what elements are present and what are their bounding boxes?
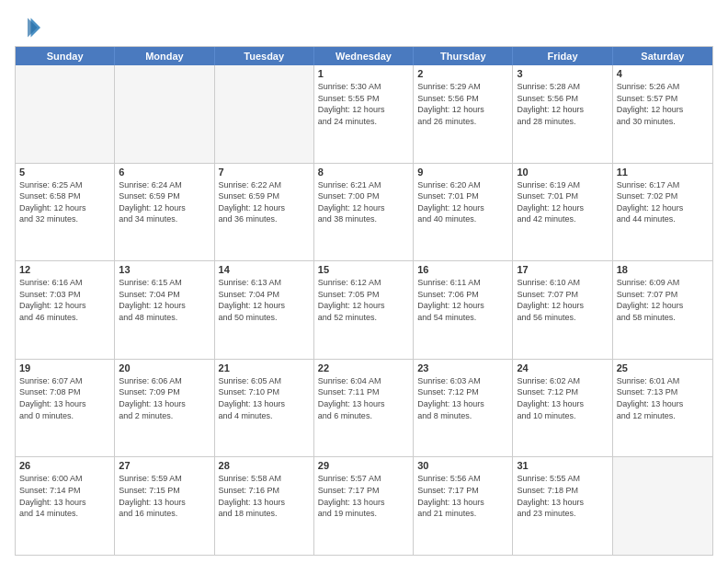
cell-date-number: 24 bbox=[517, 362, 608, 373]
calendar-header: SundayMondayTuesdayWednesdayThursdayFrid… bbox=[16, 47, 712, 65]
cell-daylight-info: Sunrise: 5:26 AM Sunset: 5:57 PM Dayligh… bbox=[617, 81, 709, 127]
cell-daylight-info: Sunrise: 6:19 AM Sunset: 7:01 PM Dayligh… bbox=[517, 179, 608, 225]
cell-daylight-info: Sunrise: 6:15 AM Sunset: 7:04 PM Dayligh… bbox=[119, 277, 210, 323]
cell-date-number: 5 bbox=[19, 167, 110, 178]
cell-date-number: 1 bbox=[318, 68, 409, 79]
calendar-cell: 19Sunrise: 6:07 AM Sunset: 7:08 PM Dayli… bbox=[16, 360, 115, 457]
cell-date-number: 4 bbox=[617, 68, 709, 79]
cell-date-number: 20 bbox=[119, 362, 210, 373]
weekday-header: Saturday bbox=[613, 47, 712, 65]
cell-daylight-info: Sunrise: 6:11 AM Sunset: 7:06 PM Dayligh… bbox=[417, 277, 508, 323]
cell-daylight-info: Sunrise: 6:09 AM Sunset: 7:07 PM Dayligh… bbox=[617, 277, 709, 323]
cell-daylight-info: Sunrise: 6:16 AM Sunset: 7:03 PM Dayligh… bbox=[19, 277, 110, 323]
cell-daylight-info: Sunrise: 6:20 AM Sunset: 7:01 PM Dayligh… bbox=[417, 179, 508, 225]
calendar-cell: 2Sunrise: 5:29 AM Sunset: 5:56 PM Daylig… bbox=[414, 65, 513, 163]
cell-date-number: 29 bbox=[318, 460, 409, 471]
cell-daylight-info: Sunrise: 5:57 AM Sunset: 7:17 PM Dayligh… bbox=[318, 473, 409, 519]
cell-daylight-info: Sunrise: 6:17 AM Sunset: 7:02 PM Dayligh… bbox=[617, 179, 709, 225]
calendar-cell: 26Sunrise: 6:00 AM Sunset: 7:14 PM Dayli… bbox=[16, 457, 115, 555]
cell-date-number: 15 bbox=[318, 264, 409, 275]
cell-daylight-info: Sunrise: 6:01 AM Sunset: 7:13 PM Dayligh… bbox=[617, 375, 709, 421]
calendar-cell: 1Sunrise: 5:30 AM Sunset: 5:55 PM Daylig… bbox=[314, 65, 414, 163]
cell-daylight-info: Sunrise: 5:28 AM Sunset: 5:56 PM Dayligh… bbox=[517, 81, 608, 127]
cell-date-number: 21 bbox=[219, 362, 310, 373]
cell-date-number: 9 bbox=[417, 167, 508, 178]
cell-daylight-info: Sunrise: 6:07 AM Sunset: 7:08 PM Dayligh… bbox=[19, 375, 110, 421]
weekday-header: Wednesday bbox=[314, 47, 414, 65]
calendar-cell bbox=[613, 457, 712, 555]
weekday-header: Thursday bbox=[414, 47, 513, 65]
calendar-cell: 21Sunrise: 6:05 AM Sunset: 7:10 PM Dayli… bbox=[215, 360, 314, 457]
calendar-cell: 7Sunrise: 6:22 AM Sunset: 6:59 PM Daylig… bbox=[215, 164, 314, 261]
logo bbox=[15, 15, 42, 40]
cell-daylight-info: Sunrise: 6:25 AM Sunset: 6:58 PM Dayligh… bbox=[19, 179, 110, 225]
cell-daylight-info: Sunrise: 6:21 AM Sunset: 7:00 PM Dayligh… bbox=[318, 179, 409, 225]
cell-date-number: 2 bbox=[417, 68, 508, 79]
cell-date-number: 13 bbox=[119, 264, 210, 275]
cell-date-number: 22 bbox=[318, 362, 409, 373]
calendar-cell: 31Sunrise: 5:55 AM Sunset: 7:18 PM Dayli… bbox=[513, 457, 612, 555]
weekday-header: Tuesday bbox=[215, 47, 314, 65]
cell-date-number: 12 bbox=[19, 264, 110, 275]
cell-daylight-info: Sunrise: 6:03 AM Sunset: 7:12 PM Dayligh… bbox=[417, 375, 508, 421]
calendar-body: 1Sunrise: 5:30 AM Sunset: 5:55 PM Daylig… bbox=[16, 65, 712, 555]
cell-daylight-info: Sunrise: 5:56 AM Sunset: 7:17 PM Dayligh… bbox=[417, 473, 508, 519]
cell-date-number: 16 bbox=[417, 264, 508, 275]
header bbox=[15, 11, 713, 40]
calendar-cell: 15Sunrise: 6:12 AM Sunset: 7:05 PM Dayli… bbox=[314, 261, 414, 359]
cell-date-number: 19 bbox=[19, 362, 110, 373]
cell-date-number: 3 bbox=[517, 68, 608, 79]
cell-daylight-info: Sunrise: 5:59 AM Sunset: 7:15 PM Dayligh… bbox=[119, 473, 210, 519]
cell-date-number: 26 bbox=[19, 460, 110, 471]
cell-date-number: 30 bbox=[417, 460, 508, 471]
calendar-cell: 14Sunrise: 6:13 AM Sunset: 7:04 PM Dayli… bbox=[215, 261, 314, 359]
cell-daylight-info: Sunrise: 6:00 AM Sunset: 7:14 PM Dayligh… bbox=[19, 473, 110, 519]
calendar-row: 19Sunrise: 6:07 AM Sunset: 7:08 PM Dayli… bbox=[16, 360, 712, 458]
calendar-cell bbox=[16, 65, 115, 163]
calendar-cell: 18Sunrise: 6:09 AM Sunset: 7:07 PM Dayli… bbox=[613, 261, 712, 359]
logo-icon bbox=[15, 15, 40, 40]
weekday-header: Friday bbox=[513, 47, 612, 65]
cell-daylight-info: Sunrise: 5:29 AM Sunset: 5:56 PM Dayligh… bbox=[417, 81, 508, 127]
cell-daylight-info: Sunrise: 6:06 AM Sunset: 7:09 PM Dayligh… bbox=[119, 375, 210, 421]
cell-daylight-info: Sunrise: 6:13 AM Sunset: 7:04 PM Dayligh… bbox=[219, 277, 310, 323]
calendar-cell: 10Sunrise: 6:19 AM Sunset: 7:01 PM Dayli… bbox=[513, 164, 612, 261]
calendar-cell: 25Sunrise: 6:01 AM Sunset: 7:13 PM Dayli… bbox=[613, 360, 712, 457]
cell-date-number: 6 bbox=[119, 167, 210, 178]
calendar-cell: 8Sunrise: 6:21 AM Sunset: 7:00 PM Daylig… bbox=[314, 164, 414, 261]
calendar-row: 5Sunrise: 6:25 AM Sunset: 6:58 PM Daylig… bbox=[16, 164, 712, 262]
calendar-cell: 29Sunrise: 5:57 AM Sunset: 7:17 PM Dayli… bbox=[314, 457, 414, 555]
cell-daylight-info: Sunrise: 5:55 AM Sunset: 7:18 PM Dayligh… bbox=[517, 473, 608, 519]
calendar-row: 12Sunrise: 6:16 AM Sunset: 7:03 PM Dayli… bbox=[16, 261, 712, 360]
cell-date-number: 7 bbox=[219, 167, 310, 178]
calendar-cell: 11Sunrise: 6:17 AM Sunset: 7:02 PM Dayli… bbox=[613, 164, 712, 261]
cell-date-number: 31 bbox=[517, 460, 608, 471]
calendar: SundayMondayTuesdayWednesdayThursdayFrid… bbox=[15, 46, 713, 556]
calendar-cell: 9Sunrise: 6:20 AM Sunset: 7:01 PM Daylig… bbox=[414, 164, 513, 261]
cell-daylight-info: Sunrise: 6:24 AM Sunset: 6:59 PM Dayligh… bbox=[119, 179, 210, 225]
weekday-header: Sunday bbox=[16, 47, 115, 65]
cell-daylight-info: Sunrise: 6:04 AM Sunset: 7:11 PM Dayligh… bbox=[318, 375, 409, 421]
calendar-cell: 17Sunrise: 6:10 AM Sunset: 7:07 PM Dayli… bbox=[513, 261, 612, 359]
calendar-cell: 24Sunrise: 6:02 AM Sunset: 7:12 PM Dayli… bbox=[513, 360, 612, 457]
cell-date-number: 27 bbox=[119, 460, 210, 471]
weekday-header: Monday bbox=[115, 47, 214, 65]
calendar-cell: 16Sunrise: 6:11 AM Sunset: 7:06 PM Dayli… bbox=[414, 261, 513, 359]
cell-daylight-info: Sunrise: 6:22 AM Sunset: 6:59 PM Dayligh… bbox=[219, 179, 310, 225]
calendar-row: 1Sunrise: 5:30 AM Sunset: 5:55 PM Daylig… bbox=[16, 65, 712, 164]
calendar-cell bbox=[215, 65, 314, 163]
cell-date-number: 17 bbox=[517, 264, 608, 275]
cell-daylight-info: Sunrise: 6:12 AM Sunset: 7:05 PM Dayligh… bbox=[318, 277, 409, 323]
cell-date-number: 8 bbox=[318, 167, 409, 178]
cell-daylight-info: Sunrise: 5:58 AM Sunset: 7:16 PM Dayligh… bbox=[219, 473, 310, 519]
cell-date-number: 23 bbox=[417, 362, 508, 373]
calendar-cell: 3Sunrise: 5:28 AM Sunset: 5:56 PM Daylig… bbox=[513, 65, 612, 163]
cell-daylight-info: Sunrise: 5:30 AM Sunset: 5:55 PM Dayligh… bbox=[318, 81, 409, 127]
calendar-cell: 4Sunrise: 5:26 AM Sunset: 5:57 PM Daylig… bbox=[613, 65, 712, 163]
cell-date-number: 28 bbox=[219, 460, 310, 471]
cell-date-number: 11 bbox=[617, 167, 709, 178]
cell-daylight-info: Sunrise: 6:05 AM Sunset: 7:10 PM Dayligh… bbox=[219, 375, 310, 421]
calendar-cell: 23Sunrise: 6:03 AM Sunset: 7:12 PM Dayli… bbox=[414, 360, 513, 457]
calendar-cell: 12Sunrise: 6:16 AM Sunset: 7:03 PM Dayli… bbox=[16, 261, 115, 359]
calendar-cell: 5Sunrise: 6:25 AM Sunset: 6:58 PM Daylig… bbox=[16, 164, 115, 261]
